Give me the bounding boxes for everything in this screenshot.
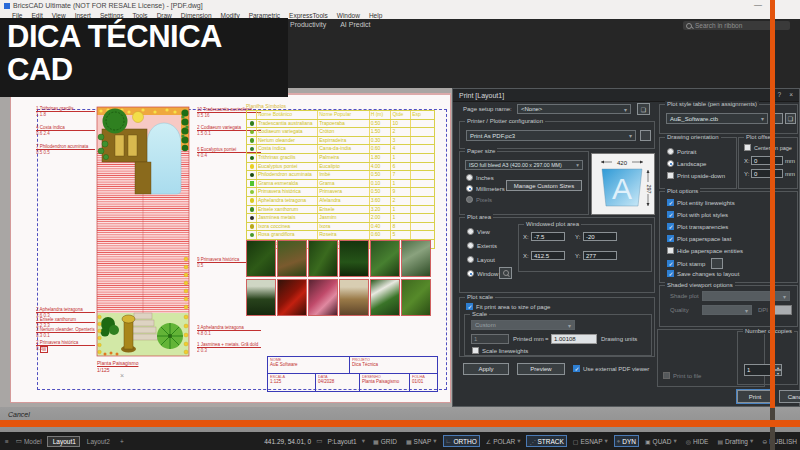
plot-option-checkbox[interactable]: Hide paperspace entities bbox=[667, 247, 743, 254]
page-setup-import-button[interactable]: ❏ bbox=[637, 103, 650, 115]
preview-letter: A bbox=[612, 172, 632, 205]
external-viewer-checkbox[interactable] bbox=[573, 365, 580, 372]
plant-photo bbox=[339, 240, 369, 277]
copies-stepper[interactable]: ▴ ▾ bbox=[774, 364, 782, 376]
menu-item[interactable]: ExpressTools bbox=[289, 12, 328, 19]
status-toggle[interactable]: ⋰ STRACK ▾ bbox=[526, 435, 566, 447]
offset-x-input[interactable]: 0 bbox=[751, 156, 783, 165]
print-to-file-checkbox bbox=[663, 372, 670, 379]
plot-option-checkbox[interactable]: Plot stamp bbox=[667, 258, 723, 269]
app-icon bbox=[4, 3, 10, 9]
search-icon bbox=[686, 23, 692, 29]
plot-stamp-settings-button[interactable] bbox=[711, 258, 723, 269]
status-toggle[interactable]: ⊖ PUBLISH ▾ bbox=[759, 435, 800, 447]
apply-button[interactable]: Apply bbox=[463, 363, 509, 375]
dialog-close-button[interactable]: × bbox=[789, 91, 793, 98]
titleblock-escala-label: ESCALA bbox=[270, 375, 313, 379]
status-toggle[interactable]: ⌖ DYN ▾ bbox=[614, 435, 639, 447]
manage-custom-sizes-button[interactable]: Manage Custom Sizes bbox=[506, 180, 582, 191]
plant-table-header: Nome Botânico Nome Popular H (m) Qtde Es… bbox=[246, 110, 435, 120]
status-toggle[interactable]: ▦ SNAP ▾ bbox=[403, 435, 440, 447]
plant-photo bbox=[401, 240, 431, 277]
plant-table-body: Tradescantia australiana Trapoeraba 0.50… bbox=[246, 120, 435, 249]
viewport-caret-icon[interactable]: ▾ bbox=[362, 437, 365, 445]
status-toggle[interactable]: ∟ ORTHO ▾ bbox=[443, 435, 480, 447]
plot-option-checkbox[interactable]: Plot entity lineweights bbox=[667, 199, 735, 206]
status-toggle[interactable]: ▣ QUAD ▾ bbox=[642, 435, 680, 447]
print-button[interactable]: Print bbox=[737, 390, 773, 403]
printer-properties-button[interactable] bbox=[640, 130, 651, 141]
window-title: BricsCAD Ultimate (NOT FOR RESALE Licens… bbox=[13, 2, 203, 9]
shaded-viewport-group: Shaded viewport options Shade plot ▾ Qua… bbox=[659, 285, 798, 327]
layout-tab[interactable]: Layout2 bbox=[82, 436, 113, 447]
window-x2-input[interactable]: 412.5 bbox=[531, 251, 565, 260]
plant-symbol-icon bbox=[250, 173, 255, 178]
table-row: Erisele xanthorum Erisele 3.20 1 bbox=[246, 206, 435, 215]
preview-button[interactable]: Preview bbox=[517, 363, 565, 375]
table-row: Aphelandra tetragona Afelandra 3.60 2 bbox=[246, 197, 435, 206]
window-x1-input[interactable]: -7.5 bbox=[531, 232, 565, 241]
copies-down-icon[interactable]: ▾ bbox=[774, 370, 782, 376]
upside-down-checkbox[interactable] bbox=[667, 172, 674, 179]
table-row: Trithrinax gracilis Palmeira 1.80 1 bbox=[246, 154, 435, 163]
plot-option-checkbox[interactable]: Plot transparencies bbox=[667, 223, 728, 230]
statusbar-right: 441.29, 54.01, 0 ▭ P:Layout1 ▾ ▦ GRID ▾ … bbox=[264, 432, 800, 450]
plot-style-select[interactable]: AuE_Software.ctb▾ bbox=[666, 113, 768, 124]
ribbon-search-placeholder: Search in ribbon bbox=[695, 22, 742, 29]
plot-area-radio[interactable]: View bbox=[467, 228, 490, 235]
pick-window-button[interactable] bbox=[499, 267, 512, 279]
overlay-line1: DICA TÉCNICA bbox=[7, 20, 288, 53]
status-toggle[interactable]: ▦ GRID ▾ bbox=[370, 435, 400, 447]
statusbar-menu-icon[interactable]: ≡ bbox=[5, 438, 9, 445]
plot-area-radio[interactable]: Extents bbox=[467, 242, 497, 249]
orientation-radio[interactable]: Portrait bbox=[667, 148, 696, 155]
plot-option-checkbox[interactable]: Save changes to layout bbox=[667, 270, 739, 277]
paper-size-select[interactable]: ISO full bleed A3 (420.00 x 297.00 MM)▾ bbox=[465, 160, 583, 170]
print-dialog: Print [Layout1] ? × Page setup name: <No… bbox=[452, 88, 800, 407]
table-row: Tradescantia australiana Trapoeraba 0.50… bbox=[246, 120, 435, 129]
window-y1-input[interactable]: -20 bbox=[583, 232, 617, 241]
status-toggle[interactable]: ▤ Drafting ▾ bbox=[714, 435, 756, 447]
orientation-radio[interactable]: Landscape bbox=[667, 160, 706, 167]
cancel-button[interactable]: Cancel bbox=[779, 390, 800, 403]
plant-photo bbox=[308, 240, 338, 277]
viewport-selector[interactable]: P:Layout1 bbox=[327, 438, 356, 445]
dialog-help-button[interactable]: ? bbox=[777, 91, 781, 98]
status-toggle[interactable]: ◎ HIDE ▾ bbox=[683, 435, 712, 447]
menu-item[interactable]: Help bbox=[369, 12, 382, 19]
page-setup-select[interactable]: <None>▾ bbox=[517, 104, 631, 114]
scale-units-input[interactable]: 1.00108 bbox=[551, 334, 597, 344]
print-dialog-title: Print [Layout1] bbox=[459, 92, 504, 99]
unit-radio[interactable]: Millimeters bbox=[466, 185, 505, 192]
table-row: Grama esmeralda Grama 0.10 1 bbox=[246, 180, 435, 189]
plot-option-checkbox[interactable]: Plot with plot styles bbox=[667, 211, 728, 218]
printer-select[interactable]: Print As PDF.pc3▾ bbox=[466, 130, 636, 141]
unit-radio[interactable]: Inches bbox=[466, 174, 494, 181]
scale-type-select: Custom▾ bbox=[471, 320, 575, 330]
plot-options-group: Plot options Plot entity lineweights Plo… bbox=[659, 191, 798, 283]
layout-tab[interactable]: ▭Model bbox=[13, 436, 45, 447]
menu-item[interactable]: Window bbox=[337, 12, 360, 19]
layout-tab[interactable]: Layout1 bbox=[47, 436, 80, 447]
status-toggle[interactable]: ▢ ESNAP ▾ bbox=[570, 435, 611, 447]
scale-lineweights-checkbox[interactable] bbox=[472, 347, 479, 354]
plot-area-radio[interactable]: Window bbox=[467, 270, 498, 277]
ribbon-tab[interactable]: AI Predict bbox=[340, 21, 370, 28]
scale-group: Scale Custom▾ 1 Printed mm = 1.00108 Dra… bbox=[464, 314, 652, 356]
ribbon-tab[interactable]: Productivity bbox=[290, 21, 326, 28]
fit-print-checkbox[interactable] bbox=[466, 303, 473, 310]
plot-style-new-button[interactable]: ❏ bbox=[785, 113, 796, 124]
plot-option-checkbox[interactable]: Plot paperspace last bbox=[667, 235, 731, 242]
plot-style-group: Plot style table (pen assignments) AuE_S… bbox=[659, 104, 798, 134]
window-y2-input[interactable]: 277 bbox=[583, 251, 617, 260]
titleblock-data-value: 04/2028 bbox=[318, 379, 357, 384]
minimize-button[interactable]: — bbox=[754, 0, 762, 9]
status-toggle[interactable]: ∠ POLAR ▾ bbox=[483, 435, 524, 447]
center-on-page-checkbox[interactable] bbox=[744, 144, 751, 151]
offset-y-input[interactable]: 0 bbox=[751, 169, 783, 178]
unit-radio[interactable]: Pixels bbox=[466, 196, 492, 203]
titleblock-escala-value: 1:125 bbox=[270, 379, 313, 384]
layout-tab[interactable]: + bbox=[115, 436, 127, 447]
plant-photo bbox=[401, 279, 431, 316]
plot-area-radio[interactable]: Layout bbox=[467, 256, 495, 263]
